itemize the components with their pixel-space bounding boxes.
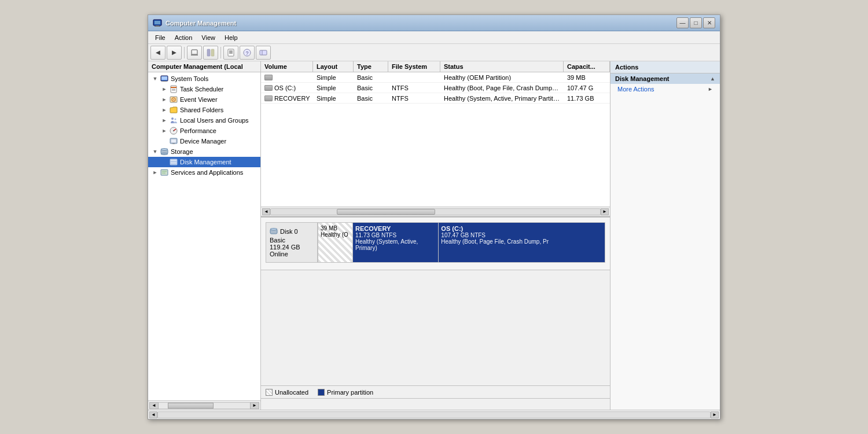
storage-label: Storage	[171, 148, 193, 155]
expand-local-users[interactable]: ►	[160, 116, 169, 125]
svg-point-26	[171, 117, 174, 120]
minimize-button[interactable]: —	[676, 17, 689, 28]
tree-item-disk-management[interactable]: Disk Management	[148, 157, 260, 167]
partition-recovery[interactable]: RECOVERY 11.73 GB NTFS Healthy (System, …	[353, 223, 439, 262]
td-capacity-1: 107.47 G	[564, 83, 610, 93]
tree-scroll-track[interactable]	[159, 402, 250, 409]
tree-scroll-right[interactable]: ►	[250, 402, 259, 409]
actions-header: Actions	[610, 61, 720, 73]
tree-item-storage[interactable]: ▼ Storage	[148, 146, 260, 157]
partition-os[interactable]: OS (C:) 107.47 GB NTFS Healthy (Boot, Pa…	[439, 223, 605, 262]
table-row[interactable]: OS (C:) Simple Basic NTFS Healthy (Boot,…	[261, 83, 610, 93]
td-volume-2: RECOVERY	[261, 94, 313, 103]
th-volume[interactable]: Volume	[261, 61, 313, 72]
more-actions-chevron: ►	[708, 86, 713, 92]
help-button[interactable]: ?	[240, 46, 255, 60]
tree-item-device-manager[interactable]: Device Manager	[148, 136, 260, 146]
disk-partitions: 39 MB Healthy (O RECOVERY 11.73 GB NTFS …	[318, 222, 605, 263]
show-hide-button[interactable]	[203, 46, 218, 60]
disk-icon-1	[264, 85, 273, 91]
legend-primary: Primary partition	[318, 389, 373, 396]
th-capacity[interactable]: Capacit...	[564, 61, 610, 72]
th-type[interactable]: Type	[354, 61, 388, 72]
tree-body: ▼ System Tools ►	[148, 72, 260, 400]
expand-task-scheduler[interactable]: ►	[160, 84, 169, 94]
menu-file[interactable]: File	[150, 33, 170, 42]
hscroll-track[interactable]	[270, 208, 601, 215]
th-status[interactable]: Status	[440, 61, 564, 72]
event-viewer-icon	[169, 95, 178, 104]
disk-0-label: Disk 0	[280, 228, 298, 235]
svg-rect-40	[162, 171, 167, 172]
partition-oem[interactable]: 39 MB Healthy (O	[318, 223, 353, 262]
services-icon	[160, 168, 169, 177]
back-button[interactable]: ◄	[150, 46, 165, 60]
td-status-0: Healthy (OEM Partition)	[440, 73, 564, 82]
td-filesystem-0	[388, 76, 440, 79]
table-area: Volume Layout Type File System Status Ca…	[261, 61, 610, 216]
td-filesystem-1: NTFS	[388, 83, 440, 93]
hscroll-left[interactable]: ◄	[262, 208, 270, 215]
more-actions-link[interactable]: More Actions ►	[610, 84, 720, 94]
tree-item-task-scheduler[interactable]: ► Task Scheduler	[148, 84, 260, 94]
menu-action[interactable]: Action	[170, 33, 197, 42]
table-row[interactable]: RECOVERY Simple Basic NTFS Healthy (Syst…	[261, 93, 610, 104]
expand-system-tools[interactable]: ▼	[150, 74, 160, 83]
tree-item-system-tools[interactable]: ▼ System Tools	[148, 73, 260, 84]
tree-item-performance[interactable]: ► Performance	[148, 126, 260, 136]
hscroll-right[interactable]: ►	[601, 208, 609, 215]
device-manager-icon	[169, 137, 178, 146]
td-capacity-2: 11.73 GB	[564, 94, 610, 103]
forward-button[interactable]: ►	[167, 46, 182, 60]
svg-rect-20	[171, 87, 176, 88]
left-panel: Computer Management (Local ▼ System Tool…	[148, 61, 261, 410]
menu-help[interactable]: Help	[220, 33, 242, 42]
th-layout[interactable]: Layout	[313, 61, 354, 72]
disk-management-section-label: Disk Management	[615, 75, 670, 82]
disk-row-0: Disk 0 Basic 119.24 GB Online 39 MB Heal…	[266, 222, 605, 263]
svg-rect-8	[228, 49, 234, 56]
bottom-scroll-track[interactable]	[157, 411, 711, 418]
expand-storage[interactable]: ▼	[150, 147, 160, 156]
tree-item-services[interactable]: ► Services and Applications	[148, 167, 260, 178]
maximize-button[interactable]: □	[690, 17, 702, 28]
bottom-scroll-left[interactable]: ◄	[149, 411, 157, 418]
properties-button[interactable]	[223, 46, 238, 60]
disk-0-size: 119.24 GB	[270, 244, 314, 251]
disk-management-actions-header[interactable]: Disk Management ▲	[610, 73, 720, 84]
svg-rect-4	[192, 50, 197, 54]
disk-management-expand	[160, 157, 169, 167]
svg-point-27	[175, 119, 176, 120]
window-bottom-scroll[interactable]: ◄ ►	[148, 410, 720, 419]
services-label: Services and Applications	[171, 169, 243, 176]
tree-scroll-thumb[interactable]	[168, 403, 214, 409]
hscroll-thumb[interactable]	[337, 209, 436, 215]
expand-performance[interactable]: ►	[160, 126, 169, 135]
expand-event-viewer[interactable]: ►	[160, 95, 169, 104]
menu-view[interactable]: View	[197, 33, 220, 42]
menu-bar: File Action View Help	[148, 31, 720, 44]
close-button[interactable]: ✕	[703, 17, 715, 28]
disk-viz-area: Disk 0 Basic 119.24 GB Online 39 MB Heal…	[261, 216, 610, 270]
tree-header: Computer Management (Local	[148, 61, 260, 72]
storage-icon	[160, 147, 169, 156]
table-row[interactable]: Simple Basic Healthy (OEM Partition) 39 …	[261, 72, 610, 83]
expand-shared-folders[interactable]: ►	[160, 105, 169, 115]
tree-scrollbar[interactable]: ◄ ►	[148, 400, 260, 410]
th-filesystem[interactable]: File System	[388, 61, 440, 72]
up-button[interactable]	[187, 46, 202, 60]
oem-size: 39 MB	[321, 225, 350, 231]
legend-unalloc-box	[266, 389, 273, 396]
bottom-scroll-right[interactable]: ►	[711, 411, 719, 418]
expand-services[interactable]: ►	[150, 168, 160, 177]
tree-scroll-left[interactable]: ◄	[149, 402, 159, 409]
device-manager-label: Device Manager	[180, 138, 226, 145]
tree-item-event-viewer[interactable]: ► Event Viewer	[148, 94, 260, 105]
extra-button[interactable]	[256, 46, 271, 60]
tree-item-shared-folders[interactable]: ► Shared Folders	[148, 105, 260, 115]
table-hscrollbar[interactable]: ◄ ►	[261, 207, 610, 216]
svg-rect-5	[191, 54, 198, 56]
tree-item-local-users[interactable]: ► Local Users and Groups	[148, 115, 260, 126]
svg-rect-38	[171, 162, 176, 164]
task-scheduler-icon	[169, 84, 178, 94]
